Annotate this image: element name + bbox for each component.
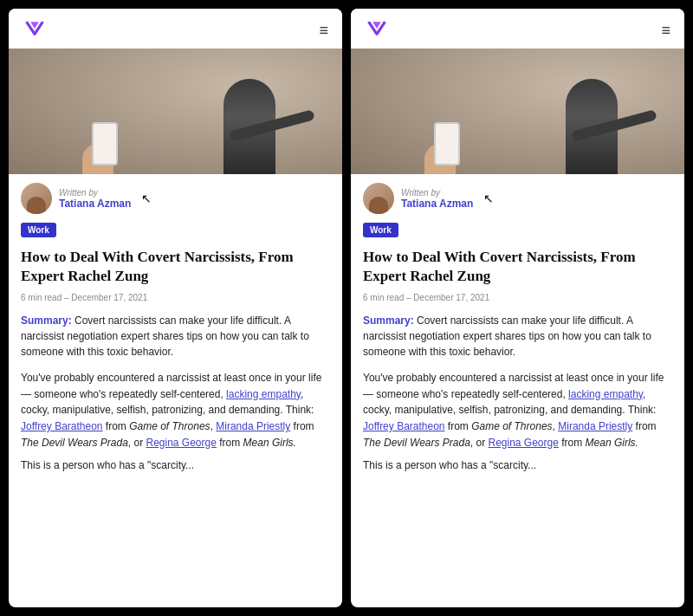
body-para-1-right: You've probably encountered a narcissist… (363, 370, 672, 451)
meta-right: 6 min read – December 17, 2021 (351, 289, 684, 309)
link-lacking-empathy-right[interactable]: lacking empathy (568, 388, 643, 400)
top-nav-left: ≡ (9, 9, 342, 49)
article-title-left: How to Deal With Covert Narcissists, Fro… (9, 243, 342, 289)
tag-row-right: Work (351, 219, 684, 243)
author-info-left: Written by Tatiana Azman (59, 188, 131, 210)
logo-right (363, 19, 391, 42)
article-summary-left: Summary: Covert narcissists can make you… (9, 309, 342, 365)
link-regina-left[interactable]: Regina George (146, 437, 217, 449)
screen-wrapper: ≡ Written by Tatiana Azman ↖ Work How to… (0, 0, 693, 616)
body-para-2-right: This is a person who has a "scarcity... (363, 457, 672, 474)
tag-work-left[interactable]: Work (21, 223, 56, 237)
hamburger-left[interactable]: ≡ (319, 22, 330, 40)
author-info-right: Written by Tatiana Azman (401, 188, 473, 210)
author-name-right[interactable]: Tatiana Azman (401, 198, 473, 210)
link-miranda-left[interactable]: Miranda Priestly (216, 420, 290, 432)
body-para-1-left: You've probably encountered a narcissist… (21, 370, 330, 451)
article-title-right: How to Deal With Covert Narcissists, Fro… (351, 243, 684, 289)
author-name-left[interactable]: Tatiana Azman (59, 198, 131, 210)
link-lacking-empathy-left[interactable]: lacking empathy (226, 388, 301, 400)
link-miranda-right[interactable]: Miranda Priestly (558, 420, 632, 432)
article-summary-right: Summary: Covert narcissists can make you… (351, 309, 684, 365)
link-joffrey-left[interactable]: Joffrey Baratheon (21, 420, 103, 432)
tag-row-left: Work (9, 219, 342, 243)
summary-label-right: Summary: (363, 314, 414, 327)
hero-image-left (9, 49, 342, 174)
author-row-right: Written by Tatiana Azman ↖ (351, 174, 684, 219)
cursor-left: ↖ (141, 191, 152, 206)
link-regina-right[interactable]: Regina George (489, 437, 559, 449)
tag-work-right[interactable]: Work (363, 223, 398, 237)
article-body-left: You've probably encountered a narcissist… (9, 365, 342, 486)
article-body-right: You've probably encountered a narcissist… (351, 365, 684, 486)
right-panel: ≡ Written by Tatiana Azman ↖ Work How to… (351, 9, 684, 607)
logo-left (21, 19, 49, 42)
author-row-left: Written by Tatiana Azman ↖ (9, 174, 342, 219)
written-by-label-left: Written by (59, 188, 131, 198)
author-avatar-left (21, 183, 52, 214)
top-nav-right: ≡ (351, 9, 684, 49)
hero-image-right (351, 49, 684, 174)
link-joffrey-right[interactable]: Joffrey Baratheon (363, 420, 445, 432)
cursor-right: ↖ (483, 191, 494, 206)
written-by-label-right: Written by (401, 188, 473, 198)
left-panel: ≡ Written by Tatiana Azman ↖ Work How to… (9, 9, 342, 607)
summary-label-left: Summary: (21, 314, 72, 327)
hamburger-right[interactable]: ≡ (661, 22, 672, 40)
meta-left: 6 min read – December 17, 2021 (9, 289, 342, 309)
body-para-2-left: This is a person who has a "scarcity... (21, 457, 330, 474)
author-avatar-right (363, 183, 394, 214)
